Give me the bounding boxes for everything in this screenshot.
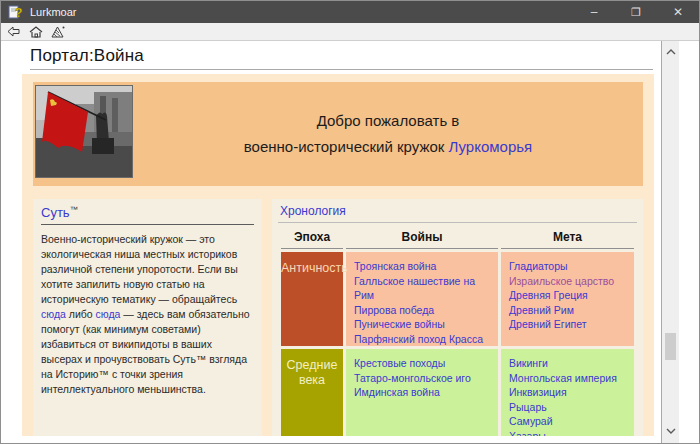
- app-icon: ?: [8, 5, 23, 19]
- page-title: Портал:Война: [30, 46, 653, 70]
- home-icon[interactable]: [28, 25, 43, 39]
- essence-paragraph: Военно-исторический кружок — это экологи…: [41, 232, 254, 397]
- titlebar: ? Lurkmoar – ❐ ✕: [1, 1, 699, 23]
- portal-columns: Суть™ Военно-исторический кружок — это э…: [33, 199, 643, 436]
- back-icon[interactable]: [6, 25, 21, 39]
- war-link[interactable]: Троянская война: [354, 259, 498, 274]
- tree-icon[interactable]: [50, 25, 65, 39]
- welcome-banner: Добро пожаловать в военно-исторический к…: [33, 82, 643, 186]
- meta-link[interactable]: Гладиаторы: [509, 259, 634, 274]
- war-link[interactable]: Пунические войны: [354, 317, 498, 332]
- essence-link-1[interactable]: сюда: [41, 308, 66, 320]
- window-controls: – ❐ ✕: [573, 1, 699, 23]
- maximize-button[interactable]: ❐: [615, 1, 657, 23]
- trademark-sign: ™: [70, 205, 78, 214]
- scroll-up-icon[interactable]: [664, 46, 678, 58]
- table-row-ancient: Античность Троянская война Галльское наш…: [281, 252, 634, 346]
- meta-cell-ancient: Гладиаторы Израильское царство Древняя Г…: [501, 252, 634, 346]
- vertical-scrollbar[interactable]: [661, 41, 679, 443]
- essence-section: Суть™ Военно-исторический кружок — это э…: [33, 199, 262, 436]
- meta-link[interactable]: Рыцарь: [509, 400, 634, 415]
- essence-heading: Суть™: [41, 205, 254, 225]
- column-header-meta: Мета: [501, 227, 634, 249]
- content-viewport: Портал:Война: [1, 41, 699, 443]
- close-button[interactable]: ✕: [657, 1, 699, 23]
- war-link[interactable]: Парфянский поход Красса: [354, 332, 498, 347]
- meta-link[interactable]: Викинги: [509, 356, 634, 371]
- epoch-cell-medieval: Средние века: [281, 349, 343, 436]
- table-header-row: Эпоха Войны Мета: [281, 227, 634, 249]
- portal-body: Добро пожаловать в военно-исторический к…: [22, 74, 654, 436]
- war-link[interactable]: Крестовые походы: [354, 356, 498, 371]
- window-title: Lurkmoar: [30, 6, 573, 18]
- chronology-heading-link[interactable]: Хронология: [280, 204, 346, 218]
- war-link[interactable]: Имдинская война: [354, 385, 498, 400]
- war-link[interactable]: Галльское нашествие на Рим: [354, 274, 498, 303]
- scroll-down-icon[interactable]: [664, 425, 678, 437]
- meta-link[interactable]: Монгольская империя: [509, 371, 634, 386]
- svg-text:?: ?: [15, 6, 22, 19]
- app-window: ? Lurkmoar – ❐ ✕: [0, 0, 700, 444]
- essence-link-2[interactable]: сюда: [96, 308, 121, 320]
- column-header-wars: Войны: [346, 227, 498, 249]
- column-header-epoch: Эпоха: [281, 227, 343, 249]
- toolbar: [1, 23, 699, 41]
- lurkomorye-link[interactable]: Луркоморья: [449, 138, 533, 155]
- meta-cell-medieval: Викинги Монгольская империя Инквизиция Р…: [501, 349, 634, 436]
- welcome-line1: Добро пожаловать в: [317, 112, 460, 129]
- meta-link[interactable]: Хазары: [509, 429, 634, 437]
- minimize-button[interactable]: –: [573, 1, 615, 23]
- essence-text-1: Военно-исторический кружок — это экологи…: [41, 233, 238, 305]
- meta-link[interactable]: Древний Рим: [509, 303, 634, 318]
- war-link[interactable]: Пиррова победа: [354, 303, 498, 318]
- essence-heading-link[interactable]: Суть: [41, 205, 70, 220]
- wars-cell-ancient: Троянская война Галльское нашествие на Р…: [346, 252, 498, 346]
- meta-link[interactable]: Самурай: [509, 414, 634, 429]
- reichstag-flag-photo[interactable]: [35, 85, 133, 178]
- welcome-line2: военно-исторический кружок: [244, 138, 449, 155]
- essence-text-3: — здесь вам обязательно помогут (как мин…: [41, 308, 250, 395]
- war-link[interactable]: Татаро-монгольское иго: [354, 371, 498, 386]
- meta-link[interactable]: Инквизиция: [509, 385, 634, 400]
- chronology-heading: Хронология: [278, 203, 637, 223]
- table-row-medieval: Средние века Крестовые походы Татаро-мон…: [281, 349, 634, 436]
- epoch-cell-ancient: Античность: [281, 252, 343, 346]
- meta-link[interactable]: Израильское царство: [509, 274, 634, 289]
- welcome-text: Добро пожаловать в военно-исторический к…: [133, 108, 643, 160]
- meta-link[interactable]: Древний Египет: [509, 317, 634, 332]
- chronology-section: Хронология Эпоха Войны Мета Античность: [272, 199, 643, 436]
- chronology-table: Эпоха Войны Мета Античность Троянская во…: [278, 224, 637, 436]
- wars-cell-medieval: Крестовые походы Татаро-монгольское иго …: [346, 349, 498, 436]
- scrollbar-thumb[interactable]: [665, 333, 676, 360]
- meta-link[interactable]: Древняя Греция: [509, 288, 634, 303]
- essence-text-2: либо: [66, 308, 96, 320]
- page-content: Портал:Война: [1, 41, 661, 443]
